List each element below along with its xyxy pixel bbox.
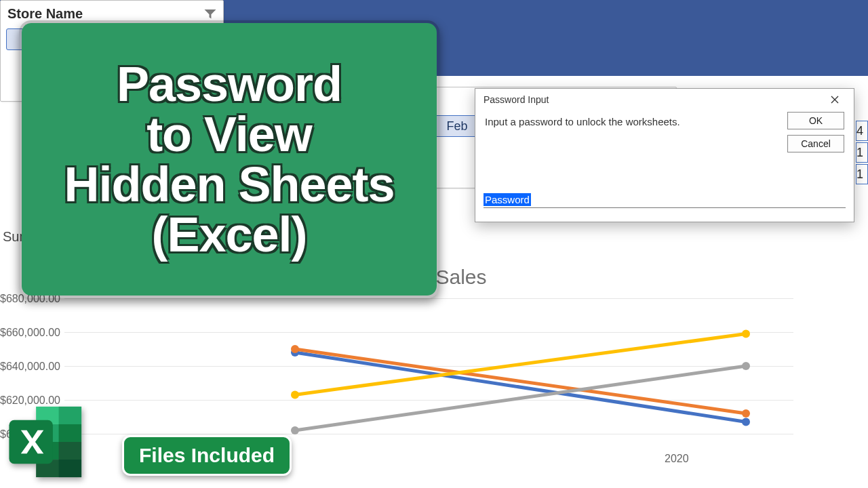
hero-line: Hidden Sheets	[64, 159, 394, 209]
svg-point-6	[291, 391, 299, 399]
cancel-button[interactable]: Cancel	[787, 135, 844, 152]
password-input-value: Password	[484, 193, 531, 206]
password-input[interactable]: Password	[484, 193, 846, 208]
svg-point-3	[742, 409, 750, 418]
chart-plot-area	[64, 291, 793, 447]
data-cell: 4	[856, 121, 868, 141]
filter-icon[interactable]	[204, 9, 216, 19]
svg-point-4	[291, 426, 299, 434]
hero-line: to View	[64, 109, 394, 159]
hero-overlay-card: Password to View Hidden Sheets (Excel)	[19, 20, 439, 298]
dialog-titlebar[interactable]: Password Input	[475, 89, 854, 110]
svg-rect-13	[59, 407, 81, 424]
dialog-message: Input a password to unlock the worksheet…	[485, 116, 680, 127]
hero-line: (Excel)	[64, 209, 394, 260]
y-axis-tick: $660,000.00	[0, 327, 60, 339]
files-included-badge: Files Included	[122, 435, 292, 476]
ok-button[interactable]: OK	[787, 112, 844, 129]
svg-rect-14	[59, 424, 81, 442]
slicer-label: Store Name	[7, 6, 83, 22]
slicer-item-feb[interactable]: Feb	[433, 115, 481, 137]
dialog-close-button[interactable]	[820, 90, 850, 109]
close-icon	[831, 96, 839, 104]
data-cell: 1	[856, 164, 868, 184]
data-cell: 1	[856, 142, 868, 163]
excel-app-icon	[4, 400, 88, 484]
hero-line: Password	[64, 59, 394, 109]
svg-rect-16	[59, 460, 81, 477]
y-axis-tick: $640,000.00	[0, 361, 60, 373]
svg-point-1	[742, 418, 750, 426]
password-input-dialog: Password Input Input a password to unloc…	[475, 88, 854, 222]
svg-point-7	[742, 330, 750, 338]
svg-point-2	[291, 345, 299, 353]
svg-rect-15	[59, 442, 81, 460]
hero-text: Password to View Hidden Sheets (Excel)	[64, 59, 394, 260]
x-axis-tick: 2020	[665, 453, 689, 465]
dialog-title: Password Input	[484, 94, 549, 105]
svg-point-5	[742, 362, 750, 370]
